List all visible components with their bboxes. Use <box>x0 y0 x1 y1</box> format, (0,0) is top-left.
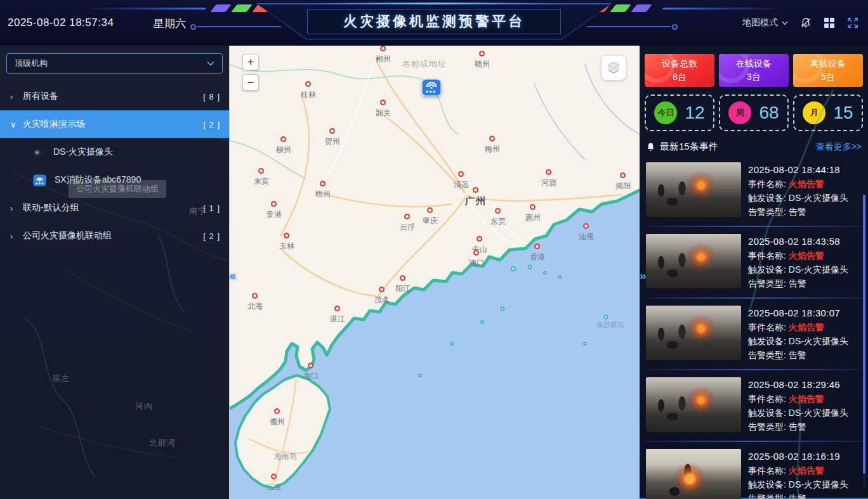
map-city-label: 贵港 <box>266 209 282 220</box>
event-divider <box>645 369 863 370</box>
event-info: 2025-08-02 18:30:07事件名称: 火焰告警触发设备: DS-火灾… <box>748 306 848 362</box>
faint-map-label: 河内 <box>135 401 153 412</box>
event-name-value: 火焰告警 <box>789 250 824 261</box>
event-field-row: 触发设备: DS-火灾摄像头 <box>748 477 848 491</box>
event-field-row: 触发设备: DS-火灾摄像头 <box>748 262 848 276</box>
event-field-label: 告警类型: <box>748 350 789 360</box>
tree-group-item[interactable]: ›联动-默认分组[ 1 ] <box>0 194 229 222</box>
fire-device-map-marker[interactable] <box>421 79 442 99</box>
event-time: 2025-08-02 18:30:07 <box>748 306 848 320</box>
alarm-events-panel: » 设备总数8台在线设备3台离线设备5台 今日12周68月15 最新15条事件 … <box>640 46 868 499</box>
city-marker-dot <box>252 293 258 299</box>
city-marker-dot <box>400 275 405 281</box>
chevron-down-icon <box>782 21 788 25</box>
grid-apps-icon[interactable] <box>824 17 835 29</box>
city-marker-dot <box>530 204 536 210</box>
event-item[interactable]: 2025-08-02 18:44:18事件名称: 火焰告警触发设备: DS-火灾… <box>643 157 864 224</box>
event-field-label: 触发设备: <box>748 336 789 346</box>
event-divider <box>645 441 863 442</box>
event-type-value: 告警 <box>789 493 806 499</box>
city-marker-dot <box>477 236 482 242</box>
bell-off-icon[interactable] <box>799 16 812 29</box>
tree-item-count: [ 1 ] <box>203 204 220 213</box>
city-marker-dot <box>380 46 386 51</box>
event-snapshot-thumbnail[interactable] <box>646 449 741 499</box>
event-time: 2025-08-02 18:43:58 <box>748 235 848 249</box>
tree-group-item[interactable]: ∨火灾喷淋演示场[ 2 ] <box>0 110 229 138</box>
tree-item-label: 联动-默认分组 <box>23 202 79 214</box>
map-mode-select[interactable]: 地图模式 <box>742 17 788 29</box>
event-field-label: 事件名称: <box>748 250 789 261</box>
event-item[interactable]: 2025-08-02 18:30:07事件名称: 火焰告警触发设备: DS-火灾… <box>643 300 864 368</box>
event-snapshot-thumbnail[interactable] <box>646 162 741 217</box>
layers-icon <box>606 60 621 75</box>
event-name-value: 火焰告警 <box>789 322 824 332</box>
event-snapshot-thumbnail[interactable] <box>646 306 741 360</box>
city-marker-dot <box>308 363 313 368</box>
map-city-label: 惠州 <box>525 212 541 223</box>
weekday-text: 星期六 <box>153 16 187 31</box>
map-city-label: 桂林 <box>301 89 316 100</box>
expand-arrow-icon[interactable]: › <box>10 231 20 241</box>
map-mode-label: 地图模式 <box>742 17 778 29</box>
faint-map-label: 崇左 <box>52 373 70 384</box>
event-snapshot-thumbnail[interactable] <box>646 377 741 432</box>
event-divider <box>645 226 863 227</box>
map-city-label: 阳江 <box>395 283 411 294</box>
event-item[interactable]: 2025-08-02 18:29:46事件名称: 火焰告警触发设备: DS-火灾… <box>643 372 864 439</box>
map-city-label: 东沙群岛 <box>596 320 624 330</box>
event-field-row: 事件名称: 火焰告警 <box>748 392 848 406</box>
fullscreen-expand-icon[interactable] <box>846 16 859 29</box>
expand-arrow-icon[interactable]: › <box>10 92 20 101</box>
header-deco-circle-right <box>672 24 678 30</box>
event-field-label: 告警类型: <box>748 278 789 288</box>
map-city-label: 茂名 <box>374 295 390 306</box>
device-tree: ›所有设备[ 8 ]∨火灾喷淋演示场[ 2 ]DS-火灾摄像头SX消防设备abc… <box>0 82 229 250</box>
event-field-label: 告警类型: <box>748 207 789 217</box>
map-zoom-in-button[interactable]: + <box>242 54 259 70</box>
stat-card-red[interactable]: 设备总数8台 <box>645 54 714 87</box>
tree-item-label: DS-火灾摄像头 <box>53 146 113 158</box>
event-field-row: 触发设备: DS-火灾摄像头 <box>748 406 848 420</box>
city-marker-dot <box>489 136 495 141</box>
panel-expand-handle[interactable]: » <box>640 269 647 283</box>
event-snapshot-thumbnail[interactable] <box>646 234 741 288</box>
city-marker-dot <box>534 243 540 249</box>
event-device-value: DS-火灾摄像头 <box>789 336 848 346</box>
map-search-ghost-text: 名称或地址 <box>402 58 447 70</box>
map-canvas[interactable]: 名称或地址 郴州赣州桂林韶关贺州柳州梅州来宾清远河源揭阳梧州广州贵港惠州东莞肇庆… <box>230 46 640 499</box>
event-field-row: 触发设备: DS-火灾摄像头 <box>748 334 848 348</box>
event-info: 2025-08-02 18:29:46事件名称: 火焰告警触发设备: DS-火灾… <box>748 377 848 434</box>
event-field-label: 告警类型: <box>748 493 789 499</box>
main-area: 名称或地址 郴州赣州桂林韶关贺州柳州梅州来宾清远河源揭阳梧州广州贵港惠州东莞肇庆… <box>0 46 868 499</box>
org-select[interactable]: 顶级机构 <box>6 53 223 74</box>
map-city-label: 东莞 <box>490 216 506 227</box>
city-marker-dot <box>473 187 478 193</box>
tree-group-item[interactable]: ›公司火灾摄像机联动组[ 2 ] <box>0 222 229 250</box>
map-city-label: 柳州 <box>276 145 291 155</box>
event-item[interactable]: 2025-08-02 18:43:58事件名称: 火焰告警触发设备: DS-火灾… <box>643 228 864 296</box>
city-marker-dot <box>473 250 479 256</box>
tree-item-count: [ 8 ] <box>203 92 220 101</box>
city-marker-dot <box>258 168 264 174</box>
city-marker-dot <box>379 287 385 292</box>
map-city-label: 广州 <box>465 195 487 207</box>
sidebar-collapse-handle[interactable]: « <box>229 269 236 283</box>
stat-card-orange[interactable]: 离线设备5台 <box>793 54 863 87</box>
tree-device-item[interactable]: DS-火灾摄像头 <box>0 138 229 166</box>
map-zoom-out-button[interactable]: − <box>242 74 259 91</box>
tree-group-item[interactable]: ›所有设备[ 8 ] <box>0 82 229 110</box>
device-stat-cards: 设备总数8台在线设备3台离线设备5台 <box>640 46 868 87</box>
city-marker-dot <box>284 233 289 238</box>
event-list-scrollbar-track[interactable] <box>863 195 865 488</box>
stat-card-value: 3台 <box>747 72 761 83</box>
event-list-scrollbar-thumb[interactable] <box>863 195 865 474</box>
map-layers-button[interactable] <box>602 56 626 80</box>
event-item[interactable]: 2025-08-02 18:16:19事件名称: 火焰告警触发设备: DS-火灾… <box>643 443 864 499</box>
map-base-art <box>230 46 640 499</box>
stat-card-purple[interactable]: 在线设备3台 <box>719 54 789 87</box>
title-banner: 火灾摄像机监测预警平台 <box>256 3 612 40</box>
expand-arrow-icon[interactable]: › <box>10 204 20 213</box>
tree-item-tooltip: 公司火灾摄像机联动组 <box>69 180 166 198</box>
expand-arrow-icon[interactable]: ∨ <box>10 120 20 129</box>
